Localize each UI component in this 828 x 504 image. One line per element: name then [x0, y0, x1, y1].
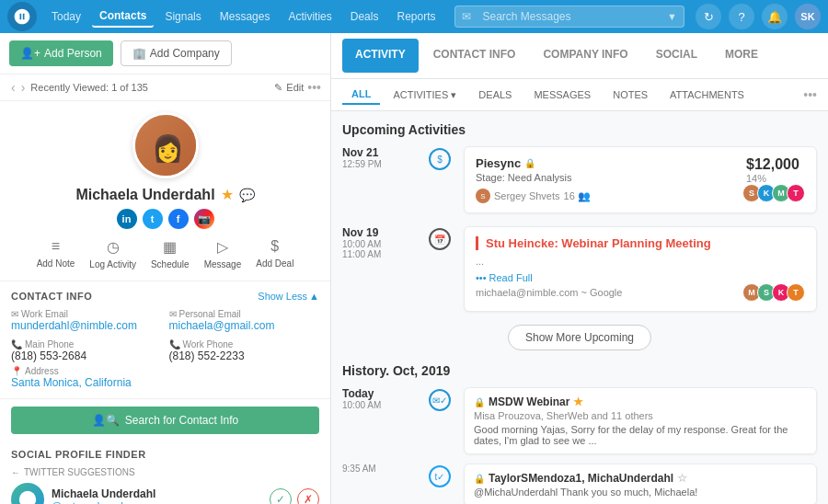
avatar: 👩: [132, 112, 199, 178]
subtab-notes[interactable]: NOTES: [604, 86, 657, 104]
star-empty-icon[interactable]: ☆: [677, 472, 687, 485]
log-activity-action[interactable]: ◷ Log Activity: [89, 238, 136, 269]
subtab-more[interactable]: •••: [803, 87, 817, 102]
activity-entry-meeting: Nov 19 10:00 AM 11:00 AM 📅 Stu Heincke: …: [342, 226, 817, 312]
subtab-messages[interactable]: MESSAGES: [524, 86, 600, 104]
contact-info-header: CONTACT INFO Show Less ▲: [11, 291, 319, 302]
add-deal-action[interactable]: $ Add Deal: [256, 238, 293, 269]
deal-stage: Stage: Need Analysis: [476, 172, 591, 183]
tab-social[interactable]: SOCIAL: [643, 39, 710, 73]
add-company-icon: 🏢: [132, 47, 146, 60]
twitter-check-icon: t✓: [429, 465, 451, 487]
add-deal-icon: $: [270, 238, 279, 255]
meeting-participant-4: T: [787, 283, 805, 302]
linkedin-icon[interactable]: in: [117, 209, 137, 229]
deal-owner: S Sergey Shvets 16 👥: [476, 189, 591, 203]
search-dropdown-icon[interactable]: ▼: [667, 11, 677, 22]
meeting-avatars: M S K T: [742, 283, 805, 302]
nav-activities[interactable]: Activities: [281, 6, 339, 27]
read-full-button[interactable]: ••• Read Full: [476, 272, 805, 283]
logo[interactable]: [7, 2, 37, 31]
contact-info-section: CONTACT INFO Show Less ▲ ✉ Work Email mu…: [0, 281, 330, 399]
phone-icon: 📞: [11, 339, 22, 349]
suggestion-handle: @cats_n_bread: [52, 500, 262, 504]
edit-button[interactable]: ✎ Edit: [274, 82, 304, 94]
top-navigation: Today Contacts Signals Messages Activiti…: [0, 0, 828, 33]
history-card-2-preview: @MichaUnderdahl Thank you so much, Micha…: [474, 487, 807, 498]
breadcrumb-prev[interactable]: ‹: [9, 80, 17, 95]
suggestion-reject-button[interactable]: ✗: [297, 488, 319, 504]
subtab-activities[interactable]: ACTIVITIES ▾: [384, 86, 466, 105]
instagram-icon[interactable]: 📷: [194, 209, 214, 229]
address-item: 📍 Address Santa Monica, California: [11, 366, 319, 389]
breadcrumb: ‹ › Recently Viewed: 1 of 135 ✎ Edit •••: [0, 74, 330, 101]
profile-star[interactable]: ★: [221, 186, 234, 203]
social-icons: in t f 📷: [9, 209, 321, 229]
whatsapp-icon[interactable]: 💬: [239, 188, 255, 202]
nav-contacts[interactable]: Contacts: [92, 6, 154, 28]
subtab-attachments[interactable]: ATTACHMENTS: [661, 86, 753, 104]
tab-more[interactable]: MORE: [712, 39, 771, 73]
contacts-count: 16 👥: [564, 190, 591, 202]
history-card-1: 🔒 MSDW Webinar ★ Misa Prouzova, SherWeb …: [464, 387, 817, 454]
twitter-icon[interactable]: t: [143, 209, 163, 229]
meeting-title[interactable]: Stu Heincke: Webinar Planning Meeting: [476, 236, 805, 250]
tab-company-info[interactable]: COMPANY INFO: [530, 39, 640, 73]
add-note-action[interactable]: ≡ Add Note: [37, 238, 75, 269]
help-button[interactable]: ?: [729, 4, 754, 29]
subtab-all[interactable]: ALL: [342, 85, 380, 105]
meeting-icon-container: 📅: [425, 226, 454, 312]
notifications-button[interactable]: 🔔: [762, 4, 788, 29]
breadcrumb-next[interactable]: ›: [19, 80, 28, 95]
avatar-image: 👩: [135, 115, 199, 178]
show-less-button[interactable]: Show Less ▲: [258, 291, 319, 302]
search-contact-button[interactable]: 👤🔍 Search for Contact Info: [11, 407, 319, 434]
work-email-value[interactable]: munderdahl@nimble.com: [11, 319, 162, 332]
subtab-deals[interactable]: DEALS: [469, 86, 521, 104]
main-phone-value[interactable]: (818) 553-2684: [11, 349, 162, 362]
work-email-item: ✉ Work Email munderdahl@nimble.com: [11, 309, 162, 332]
show-more-container: Show More Upcoming: [342, 325, 817, 350]
work-phone-icon: 📞: [169, 339, 180, 349]
personal-email-value[interactable]: michaela@gmail.com: [169, 319, 320, 332]
show-more-button[interactable]: Show More Upcoming: [508, 325, 651, 350]
meeting-email: michaela@nimble.com ~ Google: [476, 287, 622, 298]
history-title: History. Oct, 2019: [342, 363, 817, 378]
schedule-action[interactable]: ▦ Schedule: [151, 238, 190, 269]
address-value[interactable]: Santa Monica, California: [11, 376, 319, 389]
nav-today[interactable]: Today: [44, 6, 88, 27]
message-action[interactable]: ▷ Message: [204, 238, 242, 269]
tab-activity[interactable]: ACTIVITY: [342, 39, 419, 73]
nav-messages[interactable]: Messages: [213, 6, 278, 27]
upcoming-title: Upcoming Activities: [342, 122, 817, 137]
lock-icon: 🔒: [474, 397, 485, 407]
search-input[interactable]: [454, 6, 685, 28]
chevron-up-icon: ▲: [309, 291, 319, 302]
suggestion-actions: ✓ ✗: [270, 488, 319, 504]
activity-entry-deal: Nov 21 12:59 PM $ Piesync 🔒 Stage: Need …: [342, 146, 817, 213]
activity-tabs: ACTIVITY CONTACT INFO COMPANY INFO SOCIA…: [331, 33, 828, 79]
entry-date-nov19: Nov 19 10:00 AM 11:00 AM: [342, 226, 416, 312]
meeting-description: ...: [476, 256, 805, 267]
message-icon: ▷: [217, 238, 228, 256]
contact-info-grid: ✉ Work Email munderdahl@nimble.com ✉ Per…: [11, 309, 319, 362]
more-options-button[interactable]: •••: [307, 80, 321, 95]
calendar-icon: 📅: [429, 228, 451, 250]
history-entry-2: 9:35 AM t✓ 🔒 TaylorSMendoza1, MichaUnder…: [342, 464, 817, 504]
history-time-2: 9:35 AM: [342, 464, 416, 474]
refresh-button[interactable]: ↻: [696, 4, 721, 29]
star-icon[interactable]: ★: [573, 395, 583, 408]
deal-amount: $12,000: [746, 156, 805, 173]
user-avatar[interactable]: SK: [795, 4, 821, 29]
nav-signals[interactable]: Signals: [157, 6, 208, 27]
participant-4: T: [787, 184, 805, 202]
deal-name[interactable]: Piesync 🔒: [476, 156, 591, 170]
nav-deals[interactable]: Deals: [343, 6, 386, 27]
tab-contact-info[interactable]: CONTACT INFO: [420, 39, 529, 73]
add-person-button[interactable]: 👤+ Add Note Add Person: [9, 40, 113, 66]
suggestion-accept-button[interactable]: ✓: [270, 488, 292, 504]
nav-reports[interactable]: Reports: [389, 6, 443, 27]
add-company-button[interactable]: 🏢 Add Company: [121, 40, 232, 66]
facebook-icon[interactable]: f: [168, 209, 189, 229]
work-phone-value[interactable]: (818) 552-2233: [169, 349, 320, 362]
